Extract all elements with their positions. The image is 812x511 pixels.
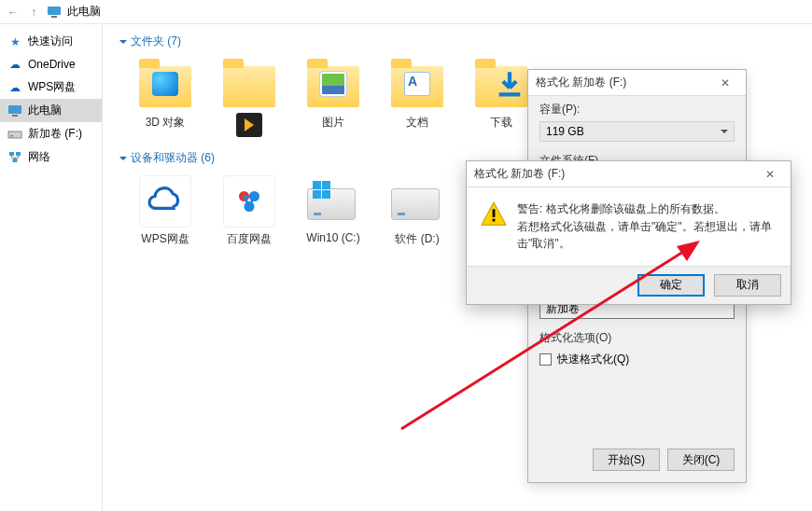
wps-cloud-icon <box>139 175 191 228</box>
svg-rect-6 <box>9 152 14 156</box>
close-button[interactable]: 关闭(C) <box>667 449 735 471</box>
folder-videos[interactable]: 视频 <box>207 55 291 146</box>
network-icon <box>7 150 22 165</box>
svg-rect-3 <box>12 115 18 117</box>
ok-button[interactable]: 确定 <box>637 274 705 297</box>
svg-rect-14 <box>313 190 321 199</box>
drive-wps[interactable]: WPS网盘 <box>123 172 207 263</box>
hard-drive-icon <box>391 188 440 220</box>
confirm-dialog-titlebar[interactable]: 格式化 新加卷 (F:) ✕ <box>467 161 791 187</box>
download-arrow-icon <box>494 68 525 100</box>
nav-sidebar: ★ 快速访问 ☁ OneDrive ☁ WPS网盘 此电脑 新加卷 (F:) <box>0 24 103 511</box>
start-button[interactable]: 开始(S) <box>593 449 660 471</box>
sidebar-item-label: 新加卷 (F:) <box>28 126 82 142</box>
svg-rect-2 <box>8 105 21 114</box>
folder-3d-objects[interactable]: 3D 对象 <box>123 55 207 146</box>
format-dialog-title: 格式化 新加卷 (F:) <box>536 75 626 90</box>
svg-rect-4 <box>8 131 21 138</box>
folder-pictures[interactable]: 图片 <box>291 55 375 146</box>
nav-back-icon[interactable]: ← <box>6 6 21 19</box>
checkbox-icon <box>539 353 552 366</box>
sidebar-item-network[interactable]: 网络 <box>0 145 102 169</box>
svg-rect-16 <box>493 209 496 216</box>
sidebar-item-volume-f[interactable]: 新加卷 (F:) <box>0 122 102 145</box>
sidebar-item-label: WPS网盘 <box>28 79 76 95</box>
sidebar-item-onedrive[interactable]: ☁ OneDrive <box>0 53 102 76</box>
breadcrumb-location[interactable]: 此电脑 <box>67 4 101 20</box>
cloud-icon: ☁ <box>7 57 22 72</box>
folder-documents[interactable]: 文档 <box>375 55 459 146</box>
sidebar-item-quick-access[interactable]: ★ 快速访问 <box>0 30 102 53</box>
cancel-button[interactable]: 取消 <box>714 274 781 297</box>
cube-icon <box>152 72 178 96</box>
drive-d[interactable]: 软件 (D:) <box>375 172 459 263</box>
cloud-icon: ☁ <box>7 80 22 95</box>
confirm-dialog: 格式化 新加卷 (F:) ✕ 警告: 格式化将删除该磁盘上的所有数据。 若想格式… <box>466 160 791 305</box>
section-header-folders[interactable]: 文件夹 (7) <box>114 30 801 55</box>
svg-rect-12 <box>313 181 321 189</box>
svg-rect-15 <box>322 190 330 199</box>
drive-icon <box>7 127 22 142</box>
close-icon[interactable]: ✕ <box>757 168 783 181</box>
sidebar-item-label: 此电脑 <box>28 103 62 118</box>
this-pc-icon <box>47 5 62 20</box>
svg-rect-13 <box>322 181 330 189</box>
breadcrumb-bar: ← ↑ 此电脑 <box>0 0 812 24</box>
windows-logo-icon <box>313 181 331 200</box>
sidebar-item-label: 快速访问 <box>28 34 73 49</box>
baidu-netdisk-icon <box>223 175 275 228</box>
svg-rect-7 <box>16 152 21 156</box>
quick-format-checkbox[interactable]: 快速格式化(Q) <box>539 352 735 367</box>
svg-rect-17 <box>493 219 496 222</box>
svg-rect-1 <box>51 16 57 18</box>
film-icon <box>236 113 262 137</box>
sidebar-item-label: OneDrive <box>28 58 76 71</box>
confirm-dialog-title: 格式化 新加卷 (F:) <box>474 166 565 182</box>
sidebar-item-this-pc[interactable]: 此电脑 <box>0 99 102 122</box>
svg-rect-0 <box>48 7 61 15</box>
capacity-label: 容量(P): <box>528 96 746 119</box>
nav-up-icon[interactable]: ↑ <box>26 6 41 19</box>
drive-baidu[interactable]: 百度网盘 <box>207 172 291 263</box>
close-icon[interactable]: ✕ <box>712 76 738 90</box>
svg-rect-5 <box>10 135 13 137</box>
sidebar-item-label: 网络 <box>28 149 50 165</box>
svg-rect-8 <box>13 159 18 162</box>
capacity-select[interactable]: 119 GB <box>539 121 735 142</box>
pc-icon <box>7 104 22 118</box>
drive-c[interactable]: Win10 (C:) <box>291 172 375 263</box>
document-icon <box>404 72 430 96</box>
format-dialog-titlebar[interactable]: 格式化 新加卷 (F:) ✕ <box>528 70 746 96</box>
confirm-message: 警告: 格式化将删除该磁盘上的所有数据。 若想格式化该磁盘，请单击"确定"。若想… <box>517 200 776 253</box>
format-options-header: 格式化选项(O) <box>528 325 746 348</box>
star-icon: ★ <box>7 35 22 49</box>
warning-icon <box>480 200 508 227</box>
sidebar-item-wps[interactable]: ☁ WPS网盘 <box>0 76 102 99</box>
picture-icon <box>320 72 346 96</box>
